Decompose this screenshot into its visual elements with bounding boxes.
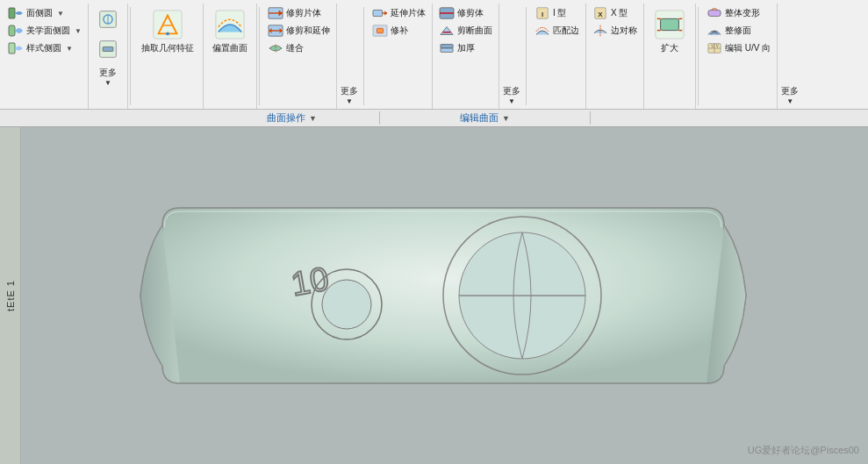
edit-uv-btn[interactable]: U V 编辑 U/V 向 — [704, 40, 773, 56]
trim-extend-label: 修剪和延伸 — [286, 25, 330, 37]
model-3d: 10 — [110, 182, 777, 410]
patch-btn[interactable]: 修补 — [369, 23, 411, 39]
section-edit-surface: I I 型 匹配边 — [528, 4, 586, 109]
svg-rect-21 — [373, 10, 383, 16]
small-more-label: 更多 — [99, 67, 117, 79]
svg-text:U: U — [711, 44, 714, 48]
section-trim-body: 修剪体 剪断曲面 加厚 — [433, 4, 499, 109]
edit-surface-arrow: ▼ — [502, 114, 510, 123]
trim-more[interactable]: 更多 ▼ — [337, 4, 362, 109]
edit-more-label: 更多 — [781, 85, 799, 97]
overall-surface-btn[interactable]: 整修面 — [704, 23, 754, 39]
extend-more[interactable]: 更多 ▼ — [499, 4, 524, 109]
svg-rect-42 — [708, 10, 721, 16]
svg-rect-25 — [377, 28, 383, 32]
extend-sheet-label: 延伸片体 — [391, 7, 426, 19]
extend-sheet-btn[interactable]: 延伸片体 — [369, 5, 428, 21]
section-xtype: X X 型 边对称 — [586, 4, 644, 109]
sew-btn[interactable]: 缝合 — [265, 40, 306, 56]
thicken-btn[interactable]: 加厚 — [436, 40, 477, 56]
svg-text:V: V — [716, 44, 719, 48]
match-edge-btn[interactable]: 匹配边 — [532, 23, 582, 39]
expand-label: 扩大 — [661, 42, 678, 54]
style-blend-label: 样式侧圆 — [26, 42, 61, 54]
left-panel: tEtE 1 — [0, 127, 21, 464]
overall-surface-label: 整修面 — [725, 25, 751, 37]
i-type-label: I 型 — [553, 7, 567, 19]
i-type-icon: I — [534, 6, 550, 20]
svg-point-11 — [166, 32, 169, 36]
section-offset: 偏置曲面 — [204, 4, 257, 109]
expand-icon — [653, 8, 686, 41]
cut-surface-btn[interactable]: 剪断曲面 — [436, 23, 495, 39]
overall-deform-btn[interactable]: 整体变形 — [704, 5, 763, 21]
x-type-icon: X — [592, 6, 608, 20]
overall-deform-label: 整体变形 — [725, 7, 760, 19]
style-blend-icon — [8, 41, 24, 55]
offset-label: 偏置曲面 — [212, 42, 247, 54]
edit-surface-label: 编辑曲面 — [460, 111, 499, 125]
sep-1 — [130, 7, 131, 105]
left-tab-text: tEtE 1 — [5, 280, 16, 311]
edit-surface-label-group[interactable]: 编辑曲面 ▼ — [380, 111, 591, 125]
trim-sheet-label: 修剪片体 — [286, 7, 321, 19]
sew-label: 缝合 — [286, 42, 304, 54]
small-icon-2-btn[interactable] — [92, 35, 124, 63]
svg-marker-23 — [384, 11, 387, 15]
surface-ops-label: 曲面操作 — [267, 111, 305, 125]
aesthetic-blend-arrow[interactable]: ▼ — [75, 27, 82, 35]
style-blend-btn[interactable]: 样式侧圆 ▼ — [5, 40, 75, 56]
x-type-label: X 型 — [611, 7, 628, 19]
extract-icon — [151, 8, 184, 41]
extract-btn[interactable]: 抽取几何特征 — [136, 5, 199, 57]
trim-sheet-btn[interactable]: 修剪片体 — [265, 5, 324, 21]
small-icon-1-btn[interactable] — [92, 5, 124, 33]
toolbar: 面侧圆 ▼ 美学面侧圆 ▼ 样式侧圆 ▼ — [0, 0, 868, 127]
section-extract: 抽取几何特征 — [133, 4, 204, 109]
edit-uv-label: 编辑 U/V 向 — [725, 42, 771, 54]
toolbar-ribbon: 面侧圆 ▼ 美学面侧圆 ▼ 样式侧圆 ▼ — [0, 0, 868, 109]
aesthetic-blend-icon — [8, 24, 24, 38]
trim-extend-btn[interactable]: 修剪和延伸 — [265, 23, 333, 39]
patch-label: 修补 — [391, 25, 408, 37]
surface-ops-arrow: ▼ — [309, 114, 317, 123]
svg-rect-1 — [9, 25, 15, 36]
aesthetic-blend-btn[interactable]: 美学面侧圆 ▼ — [5, 23, 84, 39]
section-deform: 整体变形 整修面 U V — [700, 4, 778, 109]
small-icon-1 — [96, 7, 120, 32]
match-edge-label: 匹配边 — [553, 25, 579, 37]
trim-body-btn[interactable]: 修剪体 — [436, 5, 486, 21]
face-blend-label: 面侧圆 — [26, 7, 53, 19]
svg-rect-37 — [661, 18, 679, 30]
patch-icon — [372, 24, 388, 38]
surface-ops-label-group[interactable]: 曲面操作 ▼ — [204, 111, 380, 125]
expand-btn[interactable]: 扩大 — [648, 5, 692, 57]
section-trim: 修剪片体 修剪和延伸 — [262, 4, 337, 109]
trim-body-label: 修剪体 — [457, 7, 484, 19]
small-icon-2 — [96, 37, 120, 61]
style-blend-arrow[interactable]: ▼ — [66, 45, 73, 53]
svg-text:I: I — [542, 11, 543, 18]
edit-more[interactable]: 更多 ▼ — [778, 4, 802, 109]
sep-2 — [259, 7, 260, 105]
face-blend-btn[interactable]: 面侧圆 ▼ — [5, 5, 67, 21]
section-expand: 扩大 — [644, 4, 696, 109]
section-small-more[interactable]: 更多 ▼ — [92, 65, 124, 90]
face-blend-icon — [8, 6, 24, 20]
trim-more-label: 更多 — [341, 85, 358, 97]
face-blend-arrow[interactable]: ▼ — [57, 10, 64, 18]
trim-more-arrow: ▼ — [346, 97, 353, 105]
svg-text:X: X — [598, 11, 603, 18]
symmetry-label: 边对称 — [611, 25, 637, 37]
i-type-btn[interactable]: I I 型 — [532, 5, 570, 21]
offset-icon — [213, 8, 247, 41]
svg-text:10: 10 — [288, 260, 331, 303]
x-type-btn[interactable]: X X 型 — [590, 5, 630, 21]
symmetry-btn[interactable]: 边对称 — [590, 23, 640, 39]
thicken-label: 加厚 — [457, 42, 475, 54]
extend-sheet-icon — [372, 6, 388, 20]
edit-uv-icon: U V — [707, 41, 722, 55]
offset-btn[interactable]: 偏置曲面 — [207, 5, 253, 57]
overall-deform-icon — [707, 6, 722, 20]
svg-rect-2 — [9, 43, 15, 54]
